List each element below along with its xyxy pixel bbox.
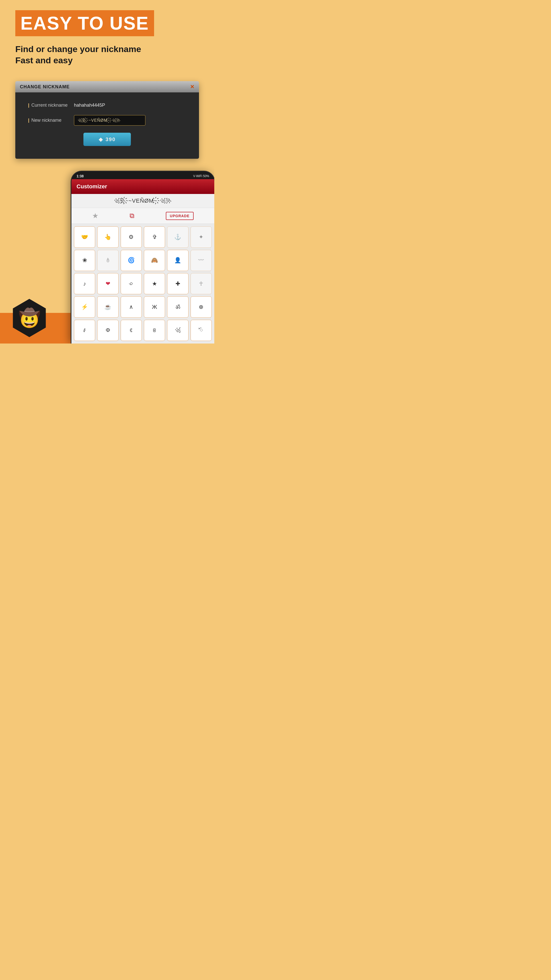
dialog-title: CHANGE NICKNAME xyxy=(20,84,70,89)
symbol-cell[interactable]: ❤ xyxy=(97,273,118,294)
confirm-cost: 390 xyxy=(106,137,116,142)
symbol-cell[interactable]: 〰 xyxy=(191,250,212,271)
symbol-cell[interactable]: 👤 xyxy=(167,250,188,271)
dialog-body: Current nickname hahahah4445P New nickna… xyxy=(15,92,199,159)
symbol-cell[interactable]: 🙈 xyxy=(144,250,165,271)
symbol-cell[interactable]: ꧁ xyxy=(167,320,188,341)
symbol-cell[interactable]: ⚡ xyxy=(74,296,95,318)
dialog-titlebar: CHANGE NICKNAME ✕ xyxy=(15,81,199,92)
symbol-cell[interactable]: ⊕ xyxy=(191,296,212,318)
symbol-cell[interactable]: 👆 xyxy=(97,226,118,248)
symbol-cell[interactable]: ꀆ xyxy=(74,320,95,341)
symbol-cell[interactable]: 🕯 xyxy=(97,250,118,271)
hex-shape: 🤠 xyxy=(10,299,48,337)
confirm-button-wrapper: ◆ 390 xyxy=(28,133,186,146)
symbol-cell[interactable]: ♪ xyxy=(74,273,95,294)
status-icons: V·WiFi 50% xyxy=(193,174,209,178)
diamond-icon: ◆ xyxy=(99,136,103,142)
symbol-cell[interactable]: ⚓ xyxy=(167,226,188,248)
app-header: Customizer xyxy=(71,179,214,194)
new-nickname-row: New nickname ꧁꧂҉~VEÑØM~҉꧁꧂ xyxy=(28,115,186,126)
customizer-preview: ꧁꧂҉~VEÑØM~҉꧁꧂ xyxy=(71,194,214,208)
symbol-cell[interactable]: 🤝 xyxy=(74,226,95,248)
upgrade-button[interactable]: UPGRADE xyxy=(166,212,194,220)
logo-badge: 🤠 xyxy=(8,293,51,344)
game-dialog: CHANGE NICKNAME ✕ Current nickname hahah… xyxy=(15,81,199,159)
symbol-cell[interactable]: ✞ xyxy=(144,226,165,248)
notch xyxy=(131,174,146,178)
phone-time: 1:38 xyxy=(76,174,84,178)
dialog-close-button[interactable]: ✕ xyxy=(190,84,194,90)
phone-mockup: 1:38 V·WiFi 50% Customizer ꧁꧂҉~VEÑØM~҉꧁꧂… xyxy=(71,172,214,344)
easy-badge: EASY TO USE xyxy=(15,10,154,36)
subtitle: Find or change your nickname Fast and ea… xyxy=(15,43,199,66)
hat-icon: 🤠 xyxy=(18,307,41,328)
symbol-cell[interactable]: ꀯ xyxy=(121,320,142,341)
symbol-cell[interactable]: ॐ xyxy=(167,296,188,318)
phone-section: 🤠 1:38 V·WiFi 50% Customizer ꧁꧂҉~VEÑØM~҉… xyxy=(0,172,214,344)
top-section: EASY TO USE Find or change your nickname… xyxy=(0,0,214,81)
symbol-cell[interactable]: 🌀 xyxy=(121,250,142,271)
symbol-cell[interactable]: ꫁ xyxy=(191,320,212,341)
toolbar-copy[interactable]: ⧉ xyxy=(130,212,135,220)
symbol-cell[interactable]: ꩜ xyxy=(121,273,142,294)
confirm-button[interactable]: ◆ 390 xyxy=(83,133,131,146)
symbol-cell[interactable]: ✚ xyxy=(167,273,188,294)
symbol-cell[interactable]: ✦ xyxy=(191,226,212,248)
new-nickname-input[interactable]: ꧁꧂҉~VEÑØM~҉꧁꧂ xyxy=(74,115,145,126)
wifi-label: V·WiFi 50% xyxy=(193,174,209,178)
preview-text: ꧁꧂҉~VEÑØM~҉꧁꧂ xyxy=(114,197,171,204)
current-nickname-value: hahahah4445P xyxy=(74,103,105,108)
new-nickname-label: New nickname xyxy=(28,118,74,123)
toolbar-star[interactable]: ★ xyxy=(92,212,98,220)
symbol-cell[interactable]: ★ xyxy=(144,273,165,294)
symbol-toolbar: ★ ⧉ UPGRADE xyxy=(71,208,214,224)
symbol-cell[interactable]: ⚙ xyxy=(121,226,142,248)
symbol-cell[interactable]: ❀ xyxy=(74,250,95,271)
symbol-grid: 🤝 👆 ⚙ ✞ ⚓ ✦ ❀ 🕯 🌀 🙈 👤 〰 ♪ ❤ ꩜ ★ ✚ ☥ ⚡ ☕ … xyxy=(71,224,214,344)
app-title: Customizer xyxy=(76,183,107,189)
symbol-cell[interactable]: ∧ xyxy=(121,296,142,318)
status-bar: 1:38 V·WiFi 50% xyxy=(71,172,214,179)
current-nickname-label: Current nickname xyxy=(28,103,74,108)
symbol-cell[interactable]: ☕ xyxy=(97,296,118,318)
current-nickname-row: Current nickname hahahah4445P xyxy=(28,103,186,108)
symbol-cell[interactable]: Φ xyxy=(97,320,118,341)
symbol-cell[interactable]: Ж xyxy=(144,296,165,318)
symbol-cell[interactable]: ꀧ xyxy=(144,320,165,341)
symbol-cell[interactable]: ☥ xyxy=(191,273,212,294)
